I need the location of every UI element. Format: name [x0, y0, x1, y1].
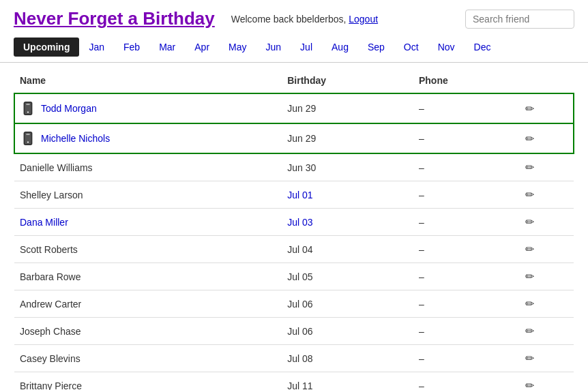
nav-tab-upcoming[interactable]: Upcoming [14, 38, 79, 57]
edit-cell: ✏ [520, 209, 574, 236]
nav-tab-jan[interactable]: Jan [79, 38, 114, 57]
name-column-header: Name [14, 68, 282, 93]
name-cell: Michelle Nichols [14, 123, 282, 153]
birthday-cell: Jul 04 [282, 236, 413, 263]
edit-cell: ✏ [520, 263, 574, 290]
edit-icon[interactable]: ✏ [525, 380, 534, 390]
nav-tab-mar[interactable]: Mar [149, 38, 185, 57]
name-cell: Scott Roberts [14, 236, 282, 263]
name-link[interactable]: Michelle Nichols [41, 133, 110, 144]
site-title: Never Forget a Birthday [14, 8, 215, 29]
edit-cell: ✏ [520, 236, 574, 263]
phone-icon [20, 101, 41, 116]
nav-tab-dec[interactable]: Dec [465, 38, 501, 57]
nav-tab-sep[interactable]: Sep [358, 38, 394, 57]
name-text: Andrew Carter [20, 299, 81, 310]
action-column-header [520, 68, 574, 93]
edit-icon[interactable]: ✏ [525, 162, 534, 173]
birthday-cell: Jul 06 [282, 318, 413, 345]
nav-tab-jun[interactable]: Jun [256, 38, 291, 57]
table-header: Name Birthday Phone [14, 68, 574, 93]
edit-cell: ✏ [520, 318, 574, 345]
name-text: Casey Blevins [20, 353, 80, 364]
birthday-table-container: Name Birthday Phone Todd MorganJun 29–✏ … [0, 68, 588, 390]
name-text: Shelley Larson [20, 190, 83, 200]
edit-icon[interactable]: ✏ [525, 243, 534, 255]
svg-point-4 [27, 141, 29, 142]
month-nav: UpcomingJanFebMarAprMayJunJulAugSepOctNo… [0, 38, 588, 63]
edit-icon[interactable]: ✏ [525, 103, 534, 115]
edit-icon[interactable]: ✏ [525, 133, 534, 145]
table-row: Michelle NicholsJun 29–✏ [14, 123, 574, 153]
phone-cell: – [413, 263, 520, 290]
logout-link[interactable]: Logout [349, 14, 378, 25]
edit-icon[interactable]: ✏ [525, 271, 534, 282]
edit-icon[interactable]: ✏ [525, 352, 534, 364]
table-row: Brittany PierceJul 11–✏ [14, 372, 574, 391]
svg-rect-5 [26, 134, 30, 135]
table-row: Casey BlevinsJul 08–✏ [14, 345, 574, 372]
birthday-cell: Jul 06 [282, 290, 413, 318]
edit-icon[interactable]: ✏ [525, 325, 534, 337]
name-cell: Shelley Larson [14, 181, 282, 209]
table-row: Barbara RoweJul 05–✏ [14, 263, 574, 290]
table-row: Todd MorganJun 29–✏ [14, 93, 574, 123]
birthday-link[interactable]: Jul 03 [287, 217, 312, 228]
name-link[interactable]: Dana Miller [20, 217, 68, 228]
phone-cell: – [413, 236, 520, 263]
welcome-text: Welcome back bbelderbos, Logout [231, 14, 378, 25]
edit-icon[interactable]: ✏ [525, 216, 534, 228]
table-row: Shelley LarsonJul 01–✏ [14, 181, 574, 209]
phone-cell: – [413, 123, 520, 153]
birthday-cell: Jul 03 [282, 209, 413, 236]
table-body: Todd MorganJun 29–✏ Michelle NicholsJun … [14, 93, 574, 390]
birthday-column-header: Birthday [282, 68, 413, 93]
name-link[interactable]: Todd Morgan [41, 103, 97, 114]
nav-tab-jul[interactable]: Jul [291, 38, 322, 57]
birthday-cell: Jun 30 [282, 153, 413, 181]
birthday-cell: Jun 29 [282, 93, 413, 123]
phone-cell: – [413, 290, 520, 318]
phone-cell: – [413, 181, 520, 209]
nav-tab-nov[interactable]: Nov [428, 38, 465, 57]
name-text: Joseph Chase [20, 326, 81, 337]
birthday-table: Name Birthday Phone Todd MorganJun 29–✏ … [14, 68, 574, 390]
birthday-cell: Jun 29 [282, 123, 413, 153]
edit-cell: ✏ [520, 290, 574, 318]
name-text: Brittany Pierce [20, 380, 82, 391]
phone-cell: – [413, 345, 520, 372]
phone-cell: – [413, 372, 520, 391]
table-row: Andrew CarterJul 06–✏ [14, 290, 574, 318]
edit-cell: ✏ [520, 181, 574, 209]
phone-column-header: Phone [413, 68, 520, 93]
edit-icon[interactable]: ✏ [525, 298, 534, 310]
phone-cell: – [413, 318, 520, 345]
phone-cell: – [413, 153, 520, 181]
table-row: Dana MillerJul 03–✏ [14, 209, 574, 236]
search-input[interactable] [465, 10, 574, 29]
name-cell: Danielle Williams [14, 153, 282, 181]
name-cell: Dana Miller [14, 209, 282, 236]
birthday-cell: Jul 11 [282, 372, 413, 391]
name-cell: Casey Blevins [14, 345, 282, 372]
name-text: Danielle Williams [20, 162, 93, 173]
phone-cell: – [413, 93, 520, 123]
edit-cell: ✏ [520, 372, 574, 391]
table-row: Scott RobertsJul 04–✏ [14, 236, 574, 263]
birthday-cell: Jul 08 [282, 345, 413, 372]
nav-tab-may[interactable]: May [219, 38, 256, 57]
svg-point-1 [27, 111, 29, 112]
phone-cell: – [413, 209, 520, 236]
name-cell: Andrew Carter [14, 290, 282, 318]
nav-tab-feb[interactable]: Feb [114, 38, 149, 57]
edit-cell: ✏ [520, 345, 574, 372]
birthday-cell: Jul 05 [282, 263, 413, 290]
nav-tab-apr[interactable]: Apr [185, 38, 219, 57]
name-text: Scott Roberts [20, 244, 78, 255]
birthday-link[interactable]: Jul 01 [287, 190, 312, 200]
name-cell: Joseph Chase [14, 318, 282, 345]
name-text: Barbara Rowe [20, 271, 81, 282]
nav-tab-oct[interactable]: Oct [394, 38, 428, 57]
edit-icon[interactable]: ✏ [525, 189, 534, 200]
nav-tab-aug[interactable]: Aug [322, 38, 358, 57]
